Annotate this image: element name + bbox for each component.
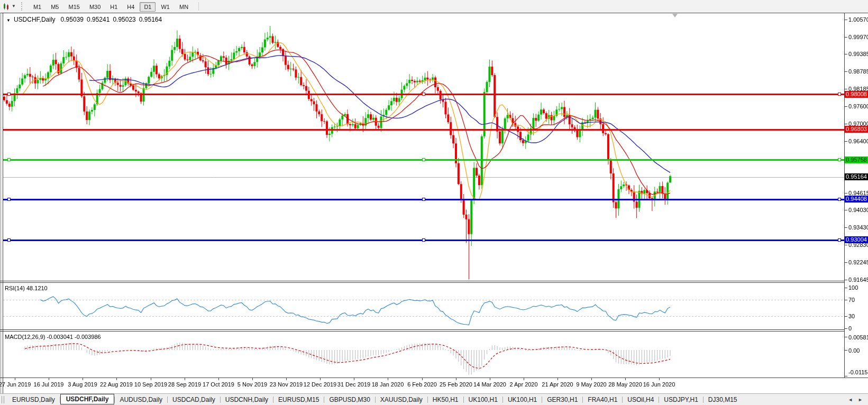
symbol-dropdown-caret[interactable]: ▼ bbox=[6, 18, 11, 23]
y-axis-tick: 0.97600 bbox=[848, 103, 868, 109]
timeframe-button-M5[interactable]: M5 bbox=[47, 2, 63, 12]
window-left-border-outer bbox=[1, 13, 1, 393]
toolbar-separator bbox=[198, 2, 199, 11]
chart-tab-HK50-H1[interactable]: HK50,H1 bbox=[428, 394, 463, 405]
toolbar-grip[interactable] bbox=[21, 2, 24, 11]
x-axis-date: 18 Jan 2020 bbox=[372, 381, 404, 388]
tab-scroll-right-icon[interactable]: ► bbox=[858, 397, 863, 402]
x-axis-date: 21 Apr 2020 bbox=[542, 381, 573, 388]
chart-tab-GER30-H1[interactable]: GER30,H1 bbox=[542, 394, 582, 405]
timeframes-toolbar: ▼ M1M5M15M30H1H4D1W1MN bbox=[0, 0, 868, 13]
rsi-macd-splitter-bottom[interactable] bbox=[0, 331, 844, 332]
x-axis-date: 2 Apr 2020 bbox=[509, 381, 537, 388]
rsi-axis-tick: 70 bbox=[848, 297, 855, 303]
y-axis-tick: 0.99385 bbox=[848, 51, 868, 57]
x-axis-date: 12 Dec 2019 bbox=[304, 381, 336, 388]
rsi-value: 48.1210 bbox=[26, 285, 48, 291]
chart-tab-GBPUSD-M30[interactable]: GBPUSD,M30 bbox=[324, 394, 374, 405]
x-axis-date: 3 Aug 2019 bbox=[68, 381, 97, 388]
timeframe-button-W1[interactable]: W1 bbox=[157, 2, 174, 12]
chart-tab-EURUSD-M15[interactable]: EURUSD,M15 bbox=[273, 394, 324, 405]
timeframe-button-M1[interactable]: M1 bbox=[29, 2, 45, 12]
x-axis-date: 22 Aug 2019 bbox=[100, 381, 133, 388]
chart-shift-marker[interactable] bbox=[672, 14, 678, 17]
chart-tab-USDCNH-Daily[interactable]: USDCNH,Daily bbox=[221, 394, 273, 405]
chart-ohlc-title: ▼USDCHF,Daily0.950390.952410.950230.9516… bbox=[6, 16, 165, 23]
x-axis-date: 28 Sep 2019 bbox=[168, 381, 201, 388]
price-line-badge: 0.93004 bbox=[845, 236, 868, 243]
x-axis-date: 23 Nov 2019 bbox=[270, 381, 303, 388]
chart-tab-USDJPY-H1[interactable]: USDJPY,H1 bbox=[659, 394, 702, 405]
x-axis-date: 25 Feb 2020 bbox=[440, 381, 472, 388]
macd-axis-tick: 0.005818 bbox=[848, 334, 868, 340]
x-axis-date: 17 Oct 2019 bbox=[203, 381, 234, 388]
x-axis-date: 16 Jul 2019 bbox=[34, 381, 64, 388]
main-rsi-splitter-top[interactable] bbox=[0, 281, 844, 281]
tabbar-grip[interactable] bbox=[2, 396, 4, 403]
window-left-border-inner bbox=[3, 13, 3, 393]
price-line-badge: 0.94408 bbox=[845, 196, 868, 202]
x-axis-date: 16 Jun 2020 bbox=[643, 381, 675, 388]
rsi-macd-splitter-top[interactable] bbox=[0, 329, 844, 330]
timeframe-button-H1[interactable]: H1 bbox=[106, 2, 122, 12]
timeframe-button-M15[interactable]: M15 bbox=[64, 2, 84, 12]
macd-main-value: -0.003041 bbox=[47, 334, 73, 340]
chart-shift-icon[interactable] bbox=[2, 2, 11, 11]
macd-axis-tick: -0.011514 bbox=[848, 369, 868, 375]
chart-tabs-bar: EURUSD,DailyUSDCHF,DailyAUDUSD,DailyUSDC… bbox=[0, 393, 868, 405]
chart-tab-DJ30-M15[interactable]: DJ30,M15 bbox=[703, 394, 742, 405]
timeframe-button-D1[interactable]: D1 bbox=[140, 2, 156, 12]
y-axis-tick: 0.91645 bbox=[848, 277, 868, 283]
price-line-badge: 0.96803 bbox=[845, 126, 868, 133]
y-axis-tick: 0.92245 bbox=[848, 259, 868, 265]
rsi-label: RSI(14) 48.1210 bbox=[5, 285, 48, 291]
y-axis-tick: 0.96400 bbox=[848, 138, 868, 144]
chart-tab-AUDUSD-Daily[interactable]: AUDUSD,Daily bbox=[115, 394, 167, 405]
chart-tab-EURUSD-Daily[interactable]: EURUSD,Daily bbox=[7, 394, 60, 405]
tab-scroll-left-icon[interactable]: ◄ bbox=[848, 397, 853, 402]
chart-tab-UK100-H1[interactable]: UK100,H1 bbox=[464, 394, 502, 405]
mt4-application: { "toolbar": { "icon": "chart-shift-icon… bbox=[0, 0, 868, 405]
timeframe-buttons: M1M5M15M30H1H4D1W1MN bbox=[29, 2, 193, 11]
y-axis-tick: 0.99970 bbox=[848, 34, 868, 40]
window-top-border bbox=[0, 13, 868, 13]
chart-tab-UK100-H1[interactable]: UK100,H1 bbox=[503, 394, 542, 405]
macd-signal-value: -0.003986 bbox=[75, 334, 101, 340]
macd-bottom-border bbox=[0, 378, 868, 378]
close-value: 0.95164 bbox=[139, 16, 162, 23]
current-price-badge: 0.95164 bbox=[845, 173, 868, 180]
chart-tab-FRA40-H1[interactable]: FRA40,H1 bbox=[583, 394, 622, 405]
chart-tab-USDCAD-Daily[interactable]: USDCAD,Daily bbox=[168, 394, 220, 405]
rsi-axis-tick: 30 bbox=[848, 313, 855, 319]
chart-tab-XAUUSD-Daily[interactable]: XAUUSD,Daily bbox=[376, 394, 427, 405]
x-axis-date: 31 Dec 2019 bbox=[337, 381, 370, 388]
rsi-axis-tick: 100 bbox=[848, 284, 858, 291]
high-value: 0.95241 bbox=[87, 16, 109, 23]
rsi-axis-tick: 0 bbox=[848, 325, 852, 332]
tab-items: EURUSD,DailyUSDCHF,DailyAUDUSD,DailyUSDC… bbox=[7, 394, 742, 405]
x-axis-date: 27 Jun 2019 bbox=[0, 381, 31, 388]
main-rsi-splitter-bottom[interactable] bbox=[0, 282, 844, 283]
toolbar-dropdown-caret[interactable]: ▼ bbox=[12, 4, 16, 8]
x-axis-date: 14 Mar 2020 bbox=[473, 381, 506, 388]
price-line-badge: 0.95758 bbox=[845, 157, 868, 163]
symbol-label: USDCHF,Daily bbox=[14, 16, 56, 23]
low-value: 0.95023 bbox=[113, 16, 135, 23]
chart-tab-USDCHF-Daily[interactable]: USDCHF,Daily bbox=[60, 394, 115, 404]
timeframe-button-MN[interactable]: MN bbox=[175, 2, 193, 12]
y-axis-tick: 0.94030 bbox=[848, 207, 868, 213]
price-line-badge: 0.98008 bbox=[845, 91, 868, 98]
timeframe-button-M30[interactable]: M30 bbox=[85, 2, 105, 12]
x-axis-date: 28 May 2020 bbox=[608, 381, 642, 388]
x-axis-date: 10 Sep 2019 bbox=[134, 381, 167, 388]
y-axis-tick: 0.98785 bbox=[848, 68, 868, 75]
chart-tab-USOil-H4[interactable]: USOil,H4 bbox=[623, 394, 659, 405]
chart-canvas[interactable] bbox=[0, 0, 868, 405]
timeframe-button-H4[interactable]: H4 bbox=[123, 2, 139, 12]
tab-scroll-buttons: ◄ ► bbox=[848, 397, 863, 402]
macd-label: MACD(12,26,9) -0.003041 -0.003986 bbox=[5, 334, 101, 340]
macd-axis-tick: 0.00 bbox=[848, 347, 860, 354]
open-value: 0.95039 bbox=[61, 16, 84, 23]
x-axis-date: 9 May 2020 bbox=[576, 381, 606, 388]
y-axis-tick: 0.93430 bbox=[848, 224, 868, 231]
